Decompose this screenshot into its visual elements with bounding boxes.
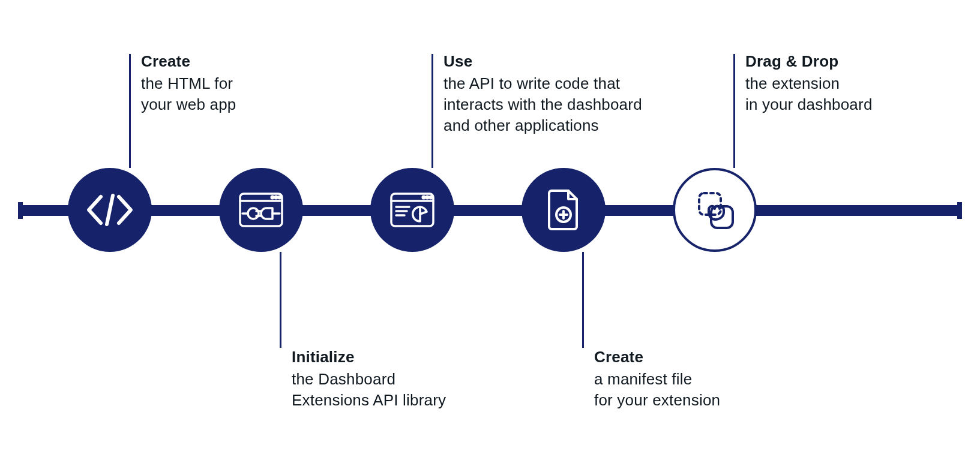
step-title: Drag & Drop <box>745 51 925 72</box>
step-title: Use <box>443 51 684 72</box>
file-add-icon <box>546 188 582 231</box>
step-desc: a manifest filefor your extension <box>594 369 774 411</box>
step-title: Initialize <box>292 347 490 368</box>
svg-point-13 <box>422 196 425 199</box>
svg-line-0 <box>107 196 113 224</box>
svg-point-15 <box>430 196 432 199</box>
step-desc: the API to write code thatinteracts with… <box>443 73 684 136</box>
drag-drop-icon <box>691 186 739 234</box>
node-create-manifest <box>522 168 606 252</box>
label-step-4: Create a manifest filefor your extension <box>594 347 774 411</box>
label-step-3: Use the API to write code thatinteracts … <box>443 51 684 136</box>
dashboard-icon <box>389 191 436 229</box>
svg-point-14 <box>426 196 428 199</box>
node-drag-drop <box>673 168 757 252</box>
plugin-icon <box>238 191 284 229</box>
node-use-api <box>370 168 454 252</box>
node-create-html <box>68 168 152 252</box>
timeline-cap-left <box>18 202 23 219</box>
step-title: Create <box>141 51 297 72</box>
step-desc: the DashboardExtensions API library <box>292 369 490 411</box>
svg-point-5 <box>278 196 281 199</box>
timeline-bar <box>18 205 962 216</box>
code-icon <box>84 193 136 227</box>
step-desc: the extensionin your dashboard <box>745 73 925 115</box>
label-step-1: Create the HTML foryour web app <box>141 51 297 115</box>
node-initialize <box>219 168 303 252</box>
process-timeline: Create the HTML foryour web app Initiali… <box>0 0 980 460</box>
step-desc: the HTML foryour web app <box>141 73 297 115</box>
connector-step-4 <box>582 252 584 348</box>
connector-step-2 <box>280 252 281 348</box>
label-step-5: Drag & Drop the extensionin your dashboa… <box>745 51 925 115</box>
step-title: Create <box>594 347 774 368</box>
svg-point-6 <box>248 208 259 219</box>
timeline-cap-right <box>957 202 962 219</box>
connector-step-3 <box>431 54 433 168</box>
connector-step-1 <box>129 54 131 168</box>
label-step-2: Initialize the DashboardExtensions API l… <box>292 347 490 411</box>
svg-point-3 <box>271 196 274 199</box>
connector-step-5 <box>733 54 735 168</box>
svg-point-4 <box>275 196 277 199</box>
